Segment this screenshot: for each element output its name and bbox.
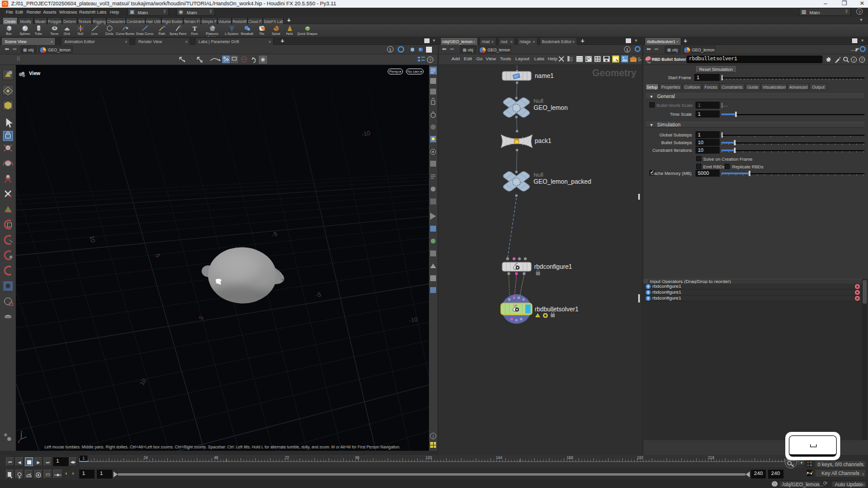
svg-text:T: T: [192, 25, 197, 32]
svg-text:Null: Null: [534, 171, 543, 178]
svg-text:i: i: [433, 434, 434, 438]
svg-text:?: ?: [861, 58, 863, 62]
svg-text:-5: -5: [315, 291, 321, 298]
svg-text:?: ?: [429, 57, 432, 63]
svg-text:pack1: pack1: [535, 137, 551, 144]
svg-text:10: 10: [89, 235, 96, 243]
svg-text:Null: Null: [534, 97, 543, 104]
svg-text:y: y: [21, 430, 22, 433]
svg-text:name1: name1: [535, 72, 554, 79]
svg-text:GEO_lemon: GEO_lemon: [534, 104, 568, 111]
svg-text:-10: -10: [408, 316, 418, 324]
svg-text:i: i: [853, 58, 854, 62]
svg-text:-5: -5: [271, 230, 278, 238]
svg-text:5: 5: [154, 253, 161, 258]
svg-text:!: !: [537, 314, 538, 318]
svg-text:-10: -10: [361, 129, 371, 138]
svg-text:x: x: [18, 440, 19, 443]
svg-text:rbdbulletsolver1: rbdbulletsolver1: [535, 305, 578, 313]
svg-text:rbdconfigure1: rbdconfigure1: [534, 263, 572, 270]
svg-text:GEO_lemon_packed: GEO_lemon_packed: [534, 178, 591, 185]
